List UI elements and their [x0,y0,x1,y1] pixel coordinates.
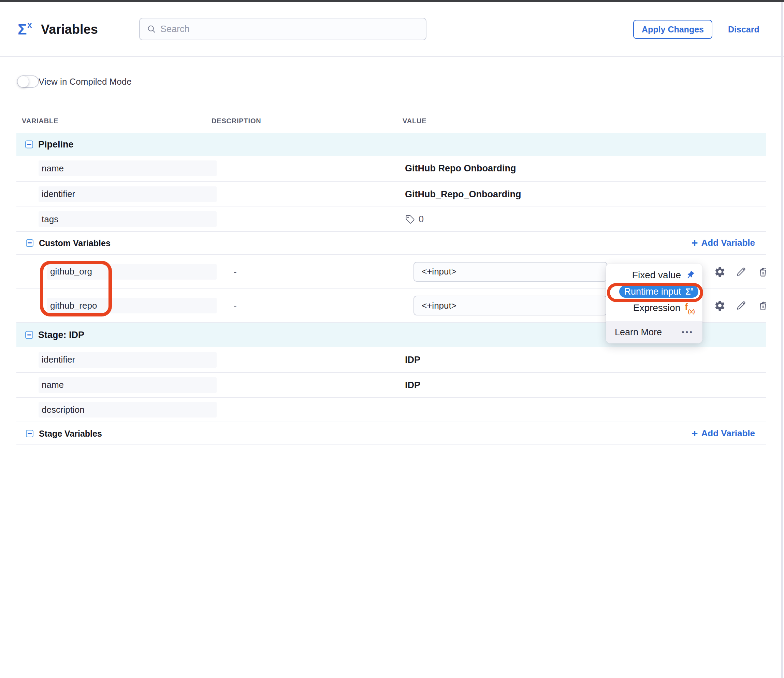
header: Σx Variables Apply Changes Discard [0,2,784,57]
section-title-pipeline: Pipeline [38,139,74,150]
toggle-knob [17,76,29,87]
variable-name-chip: github_org [47,264,217,280]
value-type-gear-button[interactable] [714,299,726,312]
variable-value: IDP [405,354,420,365]
section-title-custom-variables: Custom Variables [39,238,110,248]
scrollbar[interactable] [781,0,783,678]
tag-icon [405,214,415,224]
learn-more-link[interactable]: Learn More [615,327,662,338]
table-row-pipeline-identifier: identifier GitHub_Repo_Onboarding [16,182,766,207]
menu-item-expression[interactable]: Expression f(x) [606,300,703,316]
section-title-stage-idp: Stage: IDP [38,330,84,340]
column-header-value: VALUE [403,117,426,125]
value-type-gear-button[interactable] [714,266,726,278]
variable-name-chip: identifier [39,186,217,202]
fx-icon: f(x) [685,302,695,314]
variable-value: GitHub_Repo_Onboarding [405,189,521,200]
value-type-menu-footer: Learn More ••• [606,321,703,343]
collapse-icon[interactable] [26,430,33,437]
menu-item-fixed-value[interactable]: Fixed value [606,267,703,284]
compiled-mode-label: View in Compiled Mode [39,76,132,87]
section-row-custom-variables: Custom Variables + Add Variable [16,232,766,255]
delete-variable-button[interactable] [757,266,769,278]
table-row-stage-description: description [16,398,766,422]
section-title-stage-variables: Stage Variables [39,429,102,438]
section-row-stage-variables: Stage Variables + Add Variable [16,422,766,445]
edit-variable-button[interactable] [735,266,747,278]
more-options-icon[interactable]: ••• [682,328,694,337]
variables-sigma-icon: Σx [18,22,31,37]
value-type-menu-items: Fixed value Runtime input Σx Expression … [606,263,703,316]
minus-glyph [28,242,32,243]
add-variable-label: Add Variable [702,238,755,248]
collapse-icon[interactable] [26,239,33,247]
plus-icon: + [692,237,698,248]
collapse-icon[interactable] [25,331,33,339]
add-variable-button[interactable]: + Add Variable [692,238,755,249]
menu-item-label: Fixed value [632,270,681,281]
variable-name-chip: identifier [39,352,217,368]
pin-icon [685,270,695,280]
variable-name-chip: name [39,377,217,393]
table-row-stage-name: name IDP [16,373,766,398]
table-row-pipeline-name: name GitHub Repo Onboarding [16,156,766,182]
search-box[interactable] [139,18,426,40]
tags-count: 0 [418,214,424,224]
discard-button[interactable]: Discard [728,20,759,39]
variable-name-chip: description [39,402,217,418]
menu-item-label: Expression [633,302,681,313]
column-header-description: DESCRIPTION [212,117,261,125]
variables-panel: Σx Variables Apply Changes Discard View … [0,0,784,678]
tags-value: 0 [405,214,424,224]
variable-name-chip: github_repo [47,298,217,313]
variable-name-chip: tags [39,211,217,227]
search-icon [147,24,156,34]
variable-value: IDP [405,380,420,390]
description-cell: - [234,301,237,311]
page-title: Variables [41,22,98,37]
edit-variable-button[interactable] [735,299,747,312]
table-row-pipeline-tags: tags 0 [16,207,766,232]
plus-icon: + [692,428,698,439]
runtime-input-pill[interactable]: Runtime input Σx [619,285,698,298]
runtime-input-field[interactable]: <+input> [414,296,607,315]
variable-name-chip: name [39,161,217,176]
collapse-icon[interactable] [25,141,33,148]
add-variable-button[interactable]: + Add Variable [692,428,755,439]
column-header-variable: VARIABLE [22,117,58,125]
menu-item-label: Runtime input [624,287,681,297]
window-top-strip [0,0,784,2]
value-type-menu: Fixed value Runtime input Σx Expression … [606,263,703,343]
minus-glyph [27,144,31,145]
sigma-icon: Σx [685,287,693,297]
description-cell: - [234,266,237,277]
search-input[interactable] [160,24,406,34]
compiled-mode-toggle[interactable] [17,75,39,88]
section-row-pipeline: Pipeline [16,133,766,156]
variable-value: GitHub Repo Onboarding [405,163,516,174]
minus-glyph [27,335,31,335]
add-variable-label: Add Variable [702,428,755,439]
menu-item-runtime-input[interactable]: Runtime input Σx [606,284,703,300]
runtime-input-field[interactable]: <+input> [414,262,607,282]
minus-glyph [28,433,32,434]
delete-variable-button[interactable] [757,299,769,312]
apply-changes-button[interactable]: Apply Changes [633,20,712,39]
table-row-stage-identifier: identifier IDP [16,347,766,373]
